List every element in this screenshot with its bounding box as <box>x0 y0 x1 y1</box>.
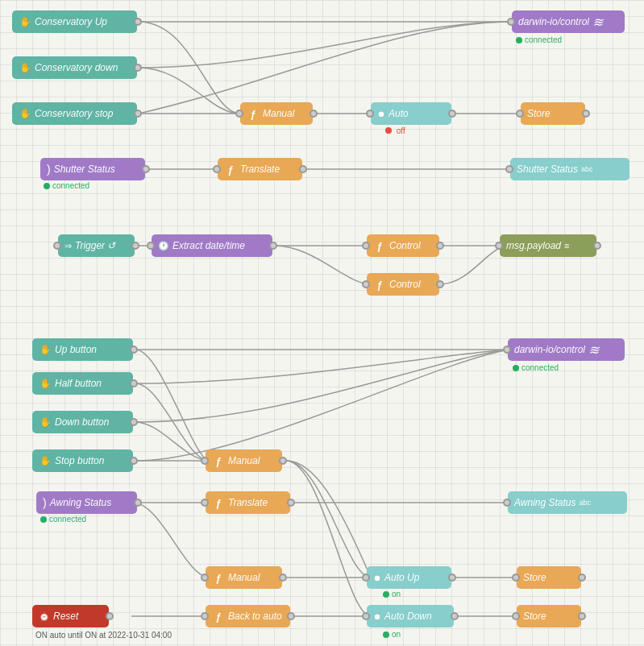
reset-port-right <box>106 612 114 620</box>
hand-icon-2: ✋ <box>19 61 31 74</box>
shutter-status-in-node[interactable]: ) Shutter Status <box>40 158 145 180</box>
function-icon-1: ƒ <box>247 107 260 120</box>
auto-red-dot <box>385 127 392 134</box>
toggle-icon-1: ⏺ <box>373 574 381 582</box>
shutter-connected: connected <box>44 181 89 190</box>
control2-node[interactable]: ƒ Control <box>367 273 439 296</box>
function-icon-8: ƒ <box>212 610 225 623</box>
awning-status-in-node[interactable]: ) Awning Status <box>36 491 137 514</box>
store3-port-right <box>578 612 586 620</box>
trigger-node[interactable]: ⇒ Trigger ↺ <box>58 234 135 257</box>
auto-node[interactable]: ⏺ Auto <box>371 102 451 125</box>
darwin-control1-port-left <box>507 18 515 26</box>
manual2-label: Manual <box>228 455 260 466</box>
down-button-label: Down button <box>55 416 109 428</box>
manual1-port-right <box>310 110 318 118</box>
manual3-label: Manual <box>228 572 260 583</box>
msg-payload-node[interactable]: msg.payload ≡ <box>500 234 596 257</box>
extract-port-left <box>147 242 155 250</box>
abc-badge-1: abc <box>581 165 593 173</box>
store1-node[interactable]: Store <box>521 102 585 125</box>
manual1-port-left <box>235 110 243 118</box>
trigger-label: Trigger ↺ <box>75 240 115 251</box>
wave-icon-3: ≋ <box>588 342 599 358</box>
darwin-control2-node[interactable]: darwin-io/control ≋ <box>508 338 625 361</box>
shutter-dot <box>44 183 50 189</box>
half-button-node[interactable]: ✋ Half button <box>32 372 133 395</box>
auto-down-node[interactable]: ⏺ Auto Down <box>367 605 454 627</box>
control1-port-right <box>436 242 444 250</box>
footer-label: ON auto until ON at 2022-10-31 04:00 <box>35 631 172 640</box>
translate2-label: Translate <box>228 497 268 508</box>
shutter-status-out-label: Shutter Status <box>517 164 578 175</box>
translate2-node[interactable]: ƒ Translate <box>206 491 290 514</box>
wave-icon-1: ≋ <box>592 14 603 30</box>
control2-port-left <box>362 280 370 288</box>
down-button-node[interactable]: ✋ Down button <box>32 411 133 433</box>
conservatory-stop-label: Conservatory stop <box>35 108 113 119</box>
shutter-status-in-label: Shutter Status <box>54 164 115 175</box>
hand-icon-7: ✋ <box>39 454 52 467</box>
conservatory-stop-port-right <box>134 110 142 118</box>
clock-icon-2: ⏰ <box>39 611 50 622</box>
conservatory-up-node[interactable]: ✋ Conservatory Up <box>12 10 137 33</box>
auto-down-on-label: on <box>392 630 401 639</box>
manual3-node[interactable]: ƒ Manual <box>206 566 282 589</box>
trigger-port-right <box>131 242 139 250</box>
payload-port-left <box>495 242 503 250</box>
auto-up-node[interactable]: ⏺ Auto Up <box>367 566 451 589</box>
shutter-connected-label: connected <box>52 181 89 190</box>
footer-text: ON auto until ON at 2022-10-31 04:00 <box>35 631 172 640</box>
control2-label: Control <box>389 279 421 290</box>
darwin-control1-node[interactable]: darwin-io/control ≋ <box>512 10 625 33</box>
awning-status-out-node[interactable]: Awning Status abc <box>508 491 627 514</box>
manual2-node[interactable]: ƒ Manual <box>206 449 282 472</box>
translate1-port-left <box>213 165 221 173</box>
store2-port-left <box>512 574 520 582</box>
shutter-in-port-right <box>142 165 150 173</box>
awning-connected-label: connected <box>49 515 86 524</box>
auto-up-dot <box>383 591 389 598</box>
manual1-node[interactable]: ƒ Manual <box>240 102 313 125</box>
conservatory-stop-node[interactable]: ✋ Conservatory stop <box>12 102 137 125</box>
trigger-port-left <box>53 242 61 250</box>
control1-port-left <box>362 242 370 250</box>
store2-port-right <box>578 574 586 582</box>
conservatory-down-node[interactable]: ✋ Conservatory down <box>12 56 137 79</box>
store1-port-right <box>582 110 590 118</box>
shutter-status-out-node[interactable]: Shutter Status abc <box>510 158 629 180</box>
stop-button-node[interactable]: ✋ Stop button <box>32 449 133 472</box>
store1-port-left <box>516 110 524 118</box>
translate1-label: Translate <box>240 164 280 175</box>
darwin-connected2: connected <box>513 363 559 372</box>
manual1-label: Manual <box>263 108 294 119</box>
connected-dot-1 <box>516 37 522 43</box>
store2-node[interactable]: Store <box>517 566 581 589</box>
extract-datetime-node[interactable]: 🕐 Extract date/time <box>152 234 272 257</box>
list-icon: ≡ <box>564 241 569 251</box>
wave-icon-4: ) <box>43 496 47 509</box>
auto-down-on-status: on <box>383 630 401 639</box>
conservatory-down-label: Conservatory down <box>35 62 118 73</box>
translate1-node[interactable]: ƒ Translate <box>218 158 302 180</box>
wave-icon-2: ) <box>47 163 51 176</box>
control2-port-right <box>436 280 444 288</box>
auto-port-left <box>366 110 374 118</box>
hand-icon-4: ✋ <box>39 343 52 356</box>
awning-status-out-label: Awning Status <box>514 497 576 508</box>
control1-node[interactable]: ƒ Control <box>367 234 439 257</box>
reset-node[interactable]: ⏰ Reset <box>32 605 109 627</box>
store2-label: Store <box>523 572 546 583</box>
stop-btn-port-right <box>130 457 138 465</box>
hand-icon: ✋ <box>19 15 31 28</box>
awning-out-port-left <box>503 499 511 507</box>
shutter-out-port-left <box>505 165 513 173</box>
back-to-auto-port-left <box>201 612 209 620</box>
up-button-node[interactable]: ✋ Up button <box>32 338 133 361</box>
conservatory-up-port-right <box>134 18 142 26</box>
back-to-auto-node[interactable]: ƒ Back to auto <box>206 605 290 627</box>
store3-node[interactable]: Store <box>517 605 581 627</box>
awning-connected: connected <box>40 515 86 524</box>
translate2-port-right <box>287 499 295 507</box>
store1-label: Store <box>527 108 551 119</box>
